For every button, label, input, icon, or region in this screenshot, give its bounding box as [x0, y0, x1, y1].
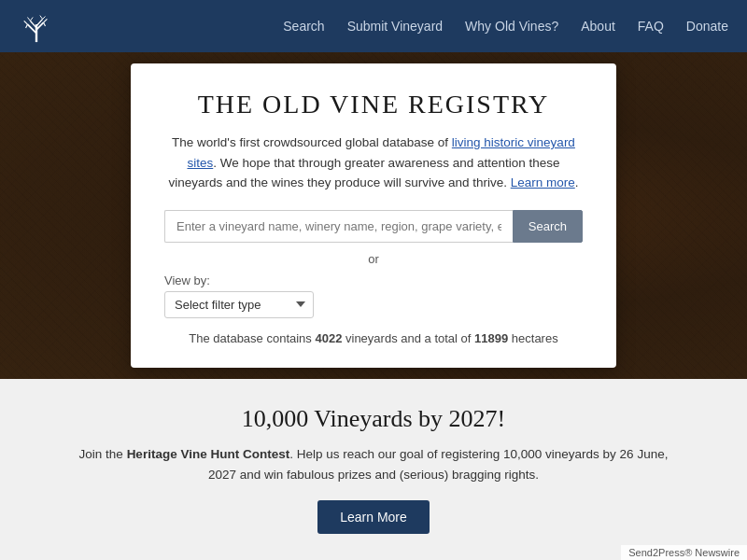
page-title: The Old Vine Registry: [164, 90, 583, 119]
or-divider: or: [164, 252, 583, 266]
hero-section: The Old Vine Registry The world's first …: [0, 52, 747, 379]
hero-card: The Old Vine Registry The world's first …: [131, 63, 616, 368]
nav-search[interactable]: Search: [283, 19, 324, 34]
learn-more-button[interactable]: Learn More: [317, 500, 430, 534]
search-row: Search: [164, 210, 583, 243]
navigation: Search Submit Vineyard Why Old Vines? Ab…: [0, 0, 747, 52]
vine-tree-icon: [19, 8, 54, 44]
view-by-row: View by: Select filter type Region Grape…: [164, 273, 583, 318]
svg-line-11: [40, 16, 43, 20]
contest-name: Heritage Vine Hunt Contest: [127, 447, 290, 461]
svg-line-10: [30, 18, 33, 21]
lower-desc-1: Join the: [79, 447, 127, 461]
nav-why-old-vines[interactable]: Why Old Vines?: [465, 19, 558, 34]
lower-description: Join the Heritage Vine Hunt Contest. Hel…: [75, 444, 672, 484]
desc-text-1: The world's first crowdsourced global da…: [172, 135, 452, 149]
nav-donate[interactable]: Donate: [686, 19, 728, 34]
db-vineyard-count: 4022: [315, 331, 342, 345]
svg-line-9: [28, 18, 31, 21]
nav-links-list: Search Submit Vineyard Why Old Vines? Ab…: [283, 18, 728, 35]
desc-text-2: . We hope that through greater awareness…: [169, 156, 560, 190]
svg-line-7: [44, 19, 48, 22]
svg-line-12: [43, 17, 46, 20]
db-stats-middle: vineyards and a total of: [342, 331, 474, 345]
site-logo[interactable]: [19, 8, 54, 44]
lower-section: 10,000 Vineyards by 2027! Join the Herit…: [0, 379, 747, 560]
svg-line-8: [44, 22, 46, 26]
database-stats: The database contains 4022 vineyards and…: [164, 331, 583, 345]
svg-line-6: [26, 24, 28, 28]
search-button[interactable]: Search: [513, 210, 583, 243]
db-stats-prefix: The database contains: [189, 331, 315, 345]
lower-title: 10,000 Vineyards by 2027!: [242, 405, 505, 433]
svg-line-5: [24, 21, 28, 24]
nav-faq[interactable]: FAQ: [638, 19, 664, 34]
view-by-label: View by:: [164, 273, 583, 287]
search-input[interactable]: [164, 210, 513, 243]
db-stats-suffix: hectares: [508, 331, 557, 345]
desc-end: .: [575, 175, 579, 189]
db-hectares-count: 11899: [474, 331, 508, 345]
nav-about[interactable]: About: [581, 19, 615, 34]
hero-description: The world's first crowdsourced global da…: [164, 133, 583, 193]
nav-submit-vineyard[interactable]: Submit Vineyard: [347, 19, 443, 34]
footer-attribution: Send2Press® Newswire: [621, 545, 747, 560]
filter-type-select[interactable]: Select filter type Region Grape Variety …: [164, 291, 314, 318]
learn-more-link[interactable]: Learn more: [511, 175, 575, 189]
